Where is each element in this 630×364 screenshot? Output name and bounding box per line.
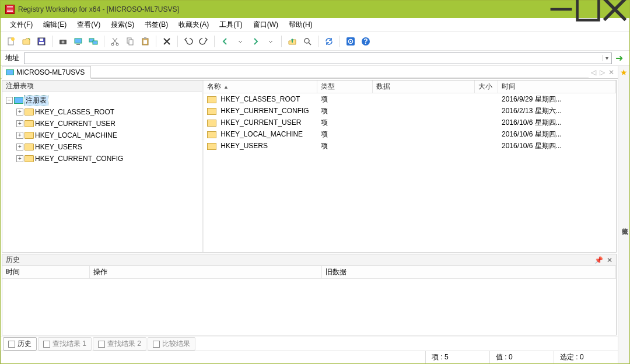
registry-tree[interactable]: − 注册表 +HKEY_CLASSES_ROOT+HKEY_CURRENT_US… bbox=[2, 92, 202, 252]
copy-icon[interactable] bbox=[123, 34, 137, 48]
folder-icon bbox=[24, 132, 34, 139]
redo-icon[interactable] bbox=[197, 34, 211, 48]
list-pane: 名称▲ 类型 数据 大小 时间 HKEY_CLASSES_ROOT项2016/9… bbox=[204, 80, 616, 252]
list-row[interactable]: HKEY_CURRENT_USER项2016/10/6 星期四... bbox=[204, 117, 616, 128]
list-row[interactable]: HKEY_CLASSES_ROOT项2016/9/29 星期四... bbox=[204, 93, 616, 105]
expand-icon[interactable]: + bbox=[16, 144, 23, 150]
svg-point-22 bbox=[350, 40, 351, 41]
menu-search[interactable]: 搜索(S) bbox=[106, 19, 139, 31]
menu-bookmark[interactable]: 书签(B) bbox=[140, 19, 173, 31]
go-icon[interactable]: ➜ bbox=[615, 52, 626, 64]
folder-icon bbox=[207, 131, 216, 138]
btab-find1[interactable]: 查找结果 1 bbox=[38, 337, 92, 351]
btab-history[interactable]: 历史 bbox=[3, 337, 37, 351]
back-drop-icon[interactable] bbox=[233, 34, 247, 48]
svg-rect-18 bbox=[144, 40, 147, 44]
cut-icon[interactable] bbox=[108, 34, 122, 48]
col-time[interactable]: 时间 bbox=[498, 80, 616, 93]
find-icon[interactable] bbox=[300, 34, 314, 48]
folder-icon bbox=[24, 120, 34, 127]
list-row[interactable]: HKEY_LOCAL_MACHINE项2016/10/6 星期四... bbox=[204, 128, 616, 140]
history-title: 历史 bbox=[6, 255, 20, 265]
remote-icon[interactable] bbox=[86, 34, 100, 48]
addressbar: 地址 ▾ ➜ bbox=[1, 51, 629, 66]
menu-window[interactable]: 窗口(W) bbox=[249, 19, 283, 31]
expand-icon[interactable]: + bbox=[16, 108, 23, 116]
hist-col-time[interactable]: 时间 bbox=[2, 266, 90, 278]
expand-icon[interactable]: + bbox=[16, 155, 23, 162]
undo-icon[interactable] bbox=[181, 34, 195, 48]
address-combo[interactable]: ▾ bbox=[24, 52, 612, 64]
delete-icon[interactable] bbox=[160, 34, 174, 48]
doc-icon bbox=[98, 341, 105, 348]
history-body[interactable] bbox=[2, 279, 616, 335]
hist-col-op[interactable]: 操作 bbox=[90, 266, 322, 278]
list-row[interactable]: HKEY_USERS项2016/10/6 星期四... bbox=[204, 140, 616, 152]
svg-point-7 bbox=[62, 40, 65, 43]
menu-view[interactable]: 查看(V) bbox=[72, 19, 105, 31]
statusbar: 项 : 5 值 : 0 选定 : 0 bbox=[1, 351, 618, 363]
expand-icon[interactable]: + bbox=[16, 132, 23, 139]
expand-icon[interactable]: + bbox=[16, 120, 23, 127]
window-title: Registry Workshop for x64 - [MICROSO-ML7… bbox=[18, 5, 548, 13]
tree-item[interactable]: HKEY_CLASSES_ROOT bbox=[35, 108, 114, 116]
snapshot-icon[interactable] bbox=[56, 34, 70, 48]
tree-item[interactable]: HKEY_USERS bbox=[35, 143, 82, 151]
forward-icon[interactable] bbox=[249, 34, 262, 48]
pin-icon[interactable]: 📌 bbox=[594, 256, 603, 264]
refresh-icon[interactable] bbox=[322, 34, 336, 48]
help-icon[interactable]: ? bbox=[359, 34, 373, 48]
hist-col-old[interactable]: 旧数据 bbox=[322, 266, 616, 278]
list-body[interactable]: HKEY_CLASSES_ROOT项2016/9/29 星期四... HKEY_… bbox=[204, 93, 616, 252]
maximize-button[interactable] bbox=[575, 1, 601, 18]
machine-tab[interactable]: MICROSO-ML7USVS bbox=[2, 66, 91, 79]
settings-icon[interactable] bbox=[344, 34, 358, 48]
toolbar: ? bbox=[1, 32, 629, 51]
menubar: 文件(F) 编辑(E) 查看(V) 搜索(S) 书签(B) 收藏夹(A) 工具(… bbox=[1, 18, 629, 32]
tab-prev-icon[interactable]: ◁ bbox=[591, 68, 596, 76]
tree-item[interactable]: HKEY_CURRENT_USER bbox=[35, 120, 116, 128]
history-close-icon[interactable]: ✕ bbox=[607, 256, 612, 264]
col-name[interactable]: 名称▲ bbox=[204, 80, 317, 93]
minimize-button[interactable] bbox=[548, 1, 575, 18]
sort-asc-icon: ▲ bbox=[223, 84, 229, 90]
save-icon[interactable] bbox=[34, 34, 48, 48]
address-input[interactable] bbox=[24, 53, 602, 64]
local-icon[interactable] bbox=[71, 34, 85, 48]
tree-header: 注册表项 bbox=[2, 80, 202, 92]
menu-edit[interactable]: 编辑(E) bbox=[38, 19, 71, 31]
btab-find2[interactable]: 查找结果 2 bbox=[93, 337, 146, 351]
paste-icon[interactable] bbox=[138, 34, 152, 48]
svg-rect-11 bbox=[93, 41, 97, 44]
folder-icon bbox=[24, 108, 34, 116]
tree-root[interactable]: 注册表 bbox=[24, 96, 48, 106]
up-icon[interactable] bbox=[285, 34, 299, 48]
tab-next-icon[interactable]: ▷ bbox=[600, 68, 605, 76]
menu-fav[interactable]: 收藏夹(A) bbox=[174, 19, 214, 31]
col-data[interactable]: 数据 bbox=[373, 80, 475, 93]
tree-pane: 注册表项 − 注册表 +HKEY_CLASSES_ROOT+HKEY_CURRE… bbox=[2, 80, 204, 252]
back-icon[interactable] bbox=[218, 34, 232, 48]
menu-help[interactable]: 帮助(H) bbox=[284, 19, 317, 31]
status-values: 值 : 0 bbox=[489, 351, 554, 363]
folder-icon bbox=[207, 96, 216, 103]
collapse-icon[interactable]: − bbox=[6, 97, 13, 104]
col-size[interactable]: 大小 bbox=[475, 80, 498, 93]
menu-tools[interactable]: 工具(T) bbox=[215, 19, 247, 31]
favorites-sidebar[interactable]: 收藏夹 bbox=[618, 79, 629, 363]
list-row[interactable]: HKEY_CURRENT_CONFIG项2016/2/13 星期六... bbox=[204, 105, 616, 117]
open-icon[interactable] bbox=[19, 34, 33, 48]
col-type[interactable]: 类型 bbox=[317, 80, 373, 93]
tab-close-icon[interactable]: ✕ bbox=[608, 68, 614, 76]
btab-compare[interactable]: 比较结果 bbox=[148, 337, 195, 351]
menu-file[interactable]: 文件(F) bbox=[5, 19, 37, 31]
svg-point-19 bbox=[304, 38, 309, 43]
titlebar[interactable]: Registry Workshop for x64 - [MICROSO-ML7… bbox=[1, 1, 629, 18]
tree-item[interactable]: HKEY_LOCAL_MACHINE bbox=[35, 131, 117, 139]
forward-drop-icon[interactable] bbox=[264, 34, 278, 48]
close-button[interactable] bbox=[601, 1, 628, 18]
address-dropdown-icon[interactable]: ▾ bbox=[602, 55, 611, 61]
favorites-toggle[interactable]: ★ bbox=[618, 66, 629, 79]
new-icon[interactable] bbox=[4, 34, 18, 48]
tree-item[interactable]: HKEY_CURRENT_CONFIG bbox=[35, 155, 123, 163]
